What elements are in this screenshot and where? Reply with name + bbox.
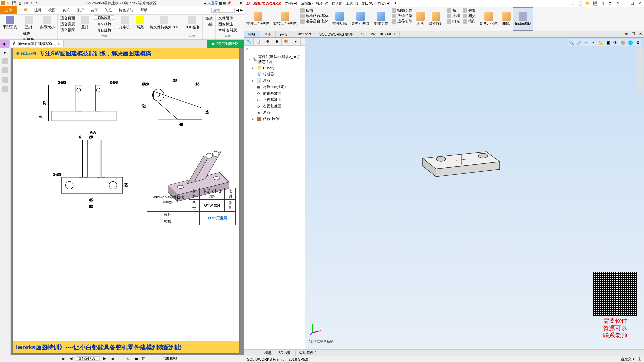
tree-filter-icon[interactable]: ▽: [245, 47, 248, 51]
select-button[interactable]: 选择: [24, 15, 34, 31]
sw-print-icon[interactable]: 🖨: [600, 2, 605, 6]
zoom-input[interactable]: [94, 15, 114, 20]
sw-maximize-icon[interactable]: ☐: [630, 1, 635, 6]
geometry-button[interactable]: 参考几何体: [477, 7, 500, 31]
tab-feature[interactable]: 特征: [244, 31, 260, 37]
menu-help[interactable]: 帮助: [137, 6, 151, 14]
sw-options-icon[interactable]: ⚙: [608, 1, 612, 6]
pdf-document-tab[interactable]: Solidworks零件建模600... ✕: [9, 40, 64, 47]
convert-button[interactable]: 将文件转换为PDF: [149, 15, 180, 31]
sw-menu-view[interactable]: 视图(V): [315, 0, 330, 7]
view-settings-icon[interactable]: ⚙: [635, 40, 641, 46]
tab-evaluate[interactable]: 评估: [276, 31, 291, 37]
fit-width-button[interactable]: 适合宽度: [60, 21, 76, 27]
typewriter-button[interactable]: 打字机: [118, 15, 131, 31]
view-orient-icon[interactable]: 📐: [598, 40, 604, 46]
tree-root[interactable]: 零件1 (默认<<默认>_显示状态 1>): [258, 54, 304, 64]
tree-boss[interactable]: 凸台-拉伸1: [263, 116, 281, 121]
bottom-tab-3dview[interactable]: 3D 视图: [275, 350, 296, 356]
wrap-button[interactable]: 包覆: [463, 8, 476, 13]
print-icon[interactable]: 🖨: [18, 1, 22, 5]
sw-custom[interactable]: 自定义: [621, 357, 632, 361]
rt-icon-3[interactable]: [637, 62, 643, 68]
layout-cont-icon[interactable]: ☰: [134, 356, 139, 361]
zoom-area-icon[interactable]: 🔎: [576, 40, 582, 46]
fit-page-button[interactable]: 适合页面: [60, 15, 76, 21]
settings-icon[interactable]: ⊞: [223, 1, 226, 5]
cut-sweep-button[interactable]: 扫描切除: [392, 8, 412, 13]
link-button[interactable]: 链接: [205, 15, 213, 21]
intersect-button[interactable]: 相交: [463, 13, 476, 18]
av-button[interactable]: 音频 & 视频: [218, 27, 238, 33]
bookmark-button[interactable]: 书签: [205, 21, 213, 27]
feature-tree[interactable]: ▾🔩零件1 (默认<<默认>_显示状态 1>) ▸📁History 📡传感器 ▸…: [244, 52, 305, 349]
search-nav[interactable]: ◀ ▶: [235, 8, 244, 12]
rt-icon-6[interactable]: [637, 84, 643, 90]
hide-show-icon[interactable]: 👁: [612, 40, 619, 46]
next-page-button[interactable]: ▶: [102, 356, 107, 361]
doc-min-icon[interactable]: ▭: [622, 31, 630, 37]
section-view-icon[interactable]: ✂: [590, 40, 596, 46]
menu-review[interactable]: 阅览: [101, 6, 115, 14]
pdf-content[interactable]: ⚙ 92工业网 专注SW画图建模技能训练，解决画图建模痛: [11, 48, 244, 355]
sw-menu-help[interactable]: 帮助(H): [377, 0, 392, 7]
sw-new-icon[interactable]: 📄: [578, 1, 583, 6]
save-icon[interactable]: 💾: [12, 1, 17, 5]
scene-icon[interactable]: 🌐: [627, 40, 633, 46]
rotate-left-button[interactable]: 向左旋转: [96, 21, 112, 27]
hand-tool-button[interactable]: 手型工具: [2, 15, 18, 31]
tree-tab-feature-icon[interactable]: 🔧: [244, 38, 254, 45]
3d-model[interactable]: [419, 138, 506, 185]
boundary-button[interactable]: 边界凸台/基体: [300, 19, 329, 24]
sw-close-icon[interactable]: ✕: [637, 1, 642, 6]
cut-extrude-button[interactable]: 拉伸切除: [330, 7, 349, 31]
tab-sketch[interactable]: 草图: [260, 31, 276, 37]
revolve-button[interactable]: 旋转凸台/基体: [271, 7, 299, 31]
email-icon[interactable]: ✉: [23, 1, 28, 5]
rt-icon-4[interactable]: [637, 70, 643, 76]
layout-single-icon[interactable]: ▭: [126, 356, 131, 361]
search-input[interactable]: [211, 8, 235, 13]
menu-share[interactable]: 共享: [87, 6, 101, 14]
bottom-tab-model[interactable]: 模型: [261, 350, 275, 356]
sw-menu-pin-icon[interactable]: ★: [392, 0, 398, 7]
tree-annotations[interactable]: 注解: [263, 78, 270, 83]
appearance-icon[interactable]: 🎨: [620, 40, 626, 46]
sw-menu-window[interactable]: 窗口(W): [360, 0, 376, 7]
cut-revolve-button[interactable]: 旋转切除: [372, 7, 390, 31]
layout-facing-icon[interactable]: ◫: [141, 356, 146, 361]
login-status[interactable]: 未登录: [207, 1, 218, 6]
sw-menu-tools[interactable]: 工具(T): [344, 0, 359, 7]
sw-menu-file[interactable]: 文件(F): [283, 0, 298, 7]
doc-max-icon[interactable]: ☐: [630, 31, 637, 37]
tree-material[interactable]: 材质 <未指定>: [263, 84, 287, 89]
rt-icon-1[interactable]: [637, 48, 643, 54]
page-input[interactable]: [76, 356, 100, 361]
tree-tab-property-icon[interactable]: 📋: [254, 38, 263, 45]
tree-history[interactable]: History: [263, 66, 274, 70]
sw-menu-insert[interactable]: 插入(I): [330, 0, 344, 7]
tree-right[interactable]: 右视基准面: [263, 104, 281, 109]
sw-help-icon[interactable]: ?: [615, 2, 620, 6]
attach-panel-icon[interactable]: [2, 86, 8, 92]
menu-home[interactable]: 主页: [17, 6, 31, 14]
draft-button[interactable]: 拔模: [447, 13, 460, 18]
rotate-right-button[interactable]: 向右旋转: [96, 27, 112, 33]
sw-home-icon[interactable]: ⌂: [571, 2, 576, 6]
rib-button[interactable]: 筋: [447, 8, 460, 13]
last-page-button[interactable]: ⏭: [110, 357, 114, 361]
zoom-fit-icon[interactable]: 🔍: [568, 40, 574, 46]
tab-dimxpert[interactable]: DimXpert: [291, 31, 315, 37]
tree-tab-appearance-icon[interactable]: 🎨: [282, 38, 291, 45]
minimize-icon[interactable]: ─: [232, 1, 235, 5]
sw-open-icon[interactable]: 📂: [586, 1, 590, 6]
snapshot-button[interactable]: 截图: [22, 31, 35, 36]
pin-icon[interactable]: 📌: [227, 1, 231, 5]
maximize-icon[interactable]: ☐: [235, 1, 239, 5]
tree-tab-config-icon[interactable]: ⚙: [263, 38, 272, 45]
cut-boundary-button[interactable]: 边界切除: [392, 19, 412, 24]
menu-comment[interactable]: 注释: [31, 6, 45, 14]
tab-home-icon[interactable]: ◉: [0, 40, 9, 48]
display-style-icon[interactable]: ▣: [605, 40, 611, 46]
close-icon[interactable]: ✕: [239, 1, 243, 5]
